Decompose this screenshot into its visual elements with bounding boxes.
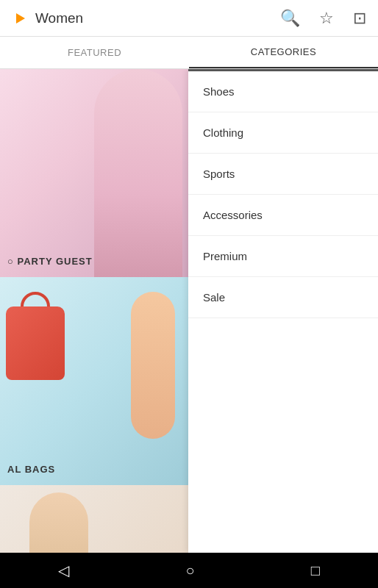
categories-panel: Shoes Clothing Sports Accessories Premiu… — [188, 69, 378, 553]
bag-shape — [6, 306, 65, 380]
top-bar: Women 🔍 ☆ ⊡ — [0, 0, 378, 37]
category-item-shoes[interactable]: Shoes — [188, 71, 378, 112]
category-item-sale[interactable]: Sale — [188, 277, 378, 318]
bookmark-button[interactable]: ☆ — [316, 7, 337, 29]
featured-caption-1: ○ PARTY GUEST — [7, 256, 93, 267]
search-button[interactable]: 🔍 — [277, 7, 303, 29]
recents-icon: □ — [311, 562, 320, 578]
featured-image-2[interactable]: AL BAGS — [0, 277, 190, 485]
top-actions: 🔍 ☆ ⊡ — [277, 7, 369, 29]
layout-icon: ⊡ — [353, 9, 366, 27]
tab-featured[interactable]: FEATURED — [0, 37, 189, 68]
tab-bar: FEATURED CATEGORIES — [0, 37, 378, 69]
page-title: Women — [35, 10, 277, 26]
star-icon: ☆ — [319, 9, 334, 27]
home-icon: ○ — [185, 562, 194, 578]
featured-image-1[interactable]: ○ PARTY GUEST — [0, 69, 190, 277]
main-content: ○ PARTY GUEST AL BAGS Shoes Clothing Spo… — [0, 69, 378, 553]
person-figure — [29, 492, 88, 553]
featured-panel: ○ PARTY GUEST AL BAGS — [0, 69, 190, 553]
category-item-sports[interactable]: Sports — [188, 154, 378, 195]
arm-shape — [131, 292, 175, 439]
layout-button[interactable]: ⊡ — [350, 7, 369, 29]
category-item-clothing[interactable]: Clothing — [188, 112, 378, 154]
tab-categories[interactable]: CATEGORIES — [189, 37, 378, 68]
back-button[interactable]: ◁ — [43, 556, 84, 585]
back-icon: ◁ — [58, 562, 69, 578]
home-button[interactable]: ○ — [171, 556, 209, 585]
model-figure-1 — [94, 69, 182, 277]
recents-button[interactable]: □ — [296, 556, 335, 585]
featured-caption-2: AL BAGS — [7, 464, 55, 475]
android-nav-bar: ◁ ○ □ — [0, 553, 378, 588]
featured-image-3[interactable] — [0, 485, 190, 553]
category-item-accessories[interactable]: Accessories — [188, 195, 378, 236]
search-icon: 🔍 — [280, 9, 300, 27]
app-logo — [9, 8, 29, 29]
category-item-premium[interactable]: Premium — [188, 236, 378, 277]
